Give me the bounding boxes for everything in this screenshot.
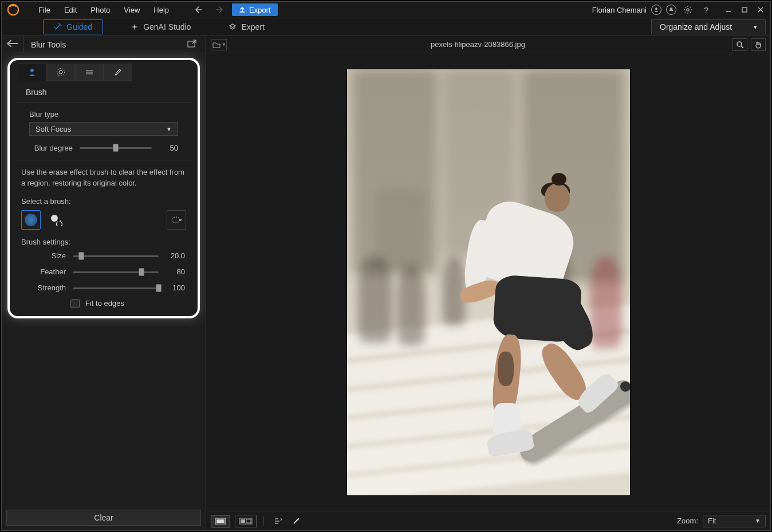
- help-icon[interactable]: ?: [699, 3, 713, 16]
- photo-preview: [347, 69, 630, 495]
- blur-degree-slider[interactable]: [80, 143, 152, 153]
- blur-tool-tabs: [18, 64, 190, 81]
- svg-point-17: [59, 70, 62, 74]
- tab-brush[interactable]: [18, 64, 46, 81]
- canvas-area: ▾ pexels-filipeazv-2083866.jpg: [206, 36, 770, 530]
- gear-icon[interactable]: [681, 3, 695, 16]
- menu-file[interactable]: File: [31, 3, 57, 17]
- menu-help[interactable]: Help: [147, 3, 176, 17]
- brush-apply-icon: [25, 214, 37, 226]
- app-window: File Edit Photo View Help Export Florian…: [1, 1, 771, 531]
- strength-value: 100: [166, 283, 185, 292]
- svg-point-24: [737, 42, 742, 46]
- clear-button[interactable]: Clear: [6, 510, 201, 526]
- menu-view[interactable]: View: [117, 3, 147, 17]
- flip-icon[interactable]: [271, 515, 285, 527]
- chevron-down-icon: ▾: [754, 23, 757, 31]
- mode-expert-label: Expert: [241, 22, 264, 31]
- popout-icon[interactable]: [187, 40, 201, 49]
- folder-dropdown[interactable]: ▾: [211, 39, 227, 50]
- feather-label: Feather: [22, 267, 66, 276]
- minimize-icon[interactable]: [722, 5, 735, 15]
- mode-expert[interactable]: Expert: [218, 19, 274, 34]
- erase-help-text: Use the erase effect brush to clear the …: [10, 160, 198, 191]
- undo-icon[interactable]: [193, 3, 207, 16]
- app-logo-icon: [5, 3, 21, 17]
- brush-settings-group: Size 20.0 Feather 80 Strength 100: [15, 251, 192, 308]
- svg-point-31: [298, 518, 300, 519]
- blur-type-group: Blur type Soft Focus ▼ Blur degree 50: [15, 103, 192, 160]
- svg-point-1: [655, 7, 657, 10]
- brush-picker-row: [10, 210, 198, 237]
- brush-settings-label: Brush settings:: [10, 237, 198, 251]
- back-icon[interactable]: [6, 38, 23, 50]
- mode-genai-label: GenAI Studio: [143, 22, 191, 31]
- brush-erase[interactable]: [46, 210, 66, 230]
- radial-icon: [56, 67, 66, 77]
- strength-row: Strength 100: [22, 283, 185, 293]
- size-slider[interactable]: [73, 251, 159, 261]
- svg-rect-30: [246, 519, 251, 523]
- pan-tool-icon[interactable]: [751, 38, 766, 51]
- fit-edges-checkbox[interactable]: [70, 299, 80, 308]
- layers-icon: [229, 23, 237, 31]
- chevron-down-icon: ▼: [166, 126, 172, 132]
- sidebar-header: Blur Tools: [2, 36, 206, 53]
- view-single-icon[interactable]: [211, 515, 230, 527]
- bell-icon[interactable]: [666, 5, 676, 15]
- size-row: Size 20.0: [22, 251, 185, 261]
- export-button[interactable]: Export: [232, 3, 278, 16]
- tab-paint[interactable]: [104, 64, 132, 81]
- mode-guided-label: Guided: [66, 22, 92, 31]
- chevron-down-icon: ▼: [755, 518, 761, 524]
- zoom-label: Zoom:: [677, 517, 698, 525]
- svg-line-8: [690, 12, 691, 13]
- brush-icon: [113, 67, 123, 77]
- close-icon[interactable]: [754, 5, 767, 15]
- brush-apply[interactable]: [21, 210, 41, 230]
- selection-tool[interactable]: [167, 210, 186, 230]
- sparkle-icon: [131, 23, 139, 31]
- user-icon[interactable]: [651, 5, 661, 15]
- mode-genai[interactable]: GenAI Studio: [120, 19, 201, 34]
- tab-linear[interactable]: [75, 64, 104, 81]
- svg-point-16: [30, 69, 34, 72]
- folder-icon: [212, 41, 222, 48]
- view-compare-icon[interactable]: [235, 515, 257, 527]
- blur-degree-label: Blur degree: [29, 144, 73, 152]
- feather-row: Feather 80: [22, 267, 185, 277]
- wand-small-icon[interactable]: [289, 515, 303, 527]
- blur-type-select[interactable]: Soft Focus ▼: [29, 122, 178, 136]
- blur-degree-value: 50: [159, 144, 178, 152]
- svg-point-18: [57, 69, 65, 76]
- mode-guided[interactable]: Guided: [43, 19, 103, 34]
- feather-slider[interactable]: [73, 267, 159, 277]
- blur-type-value: Soft Focus: [36, 125, 71, 133]
- clear-label: Clear: [94, 513, 113, 522]
- svg-point-2: [687, 9, 689, 11]
- maximize-icon[interactable]: [738, 5, 751, 15]
- svg-rect-12: [742, 7, 747, 12]
- main-area: Blur Tools: [2, 36, 770, 530]
- section-brush-label: Brush: [15, 84, 192, 103]
- zoom-tool-icon[interactable]: [732, 38, 747, 51]
- subject-skater: [454, 163, 603, 460]
- menu-edit[interactable]: Edit: [57, 3, 84, 17]
- fit-edges-row: Fit to edges: [22, 293, 185, 308]
- zoom-select[interactable]: Fit ▼: [703, 515, 766, 527]
- svg-line-7: [685, 7, 686, 7]
- fit-edges-label: Fit to edges: [85, 299, 124, 308]
- organize-label: Organize and Adjust: [660, 22, 732, 31]
- strength-label: Strength: [22, 283, 66, 292]
- tab-radial[interactable]: [46, 64, 75, 81]
- blur-degree-row: Blur degree 50: [29, 143, 178, 153]
- canvas-viewport[interactable]: [206, 53, 770, 511]
- blur-type-label: Blur type: [29, 110, 178, 119]
- organize-adjust-button[interactable]: Organize and Adjust ▾: [651, 19, 766, 34]
- zoom-controls: Zoom: Fit ▼: [677, 515, 766, 527]
- svg-rect-29: [241, 519, 245, 523]
- redo-icon[interactable]: [211, 3, 225, 16]
- menu-photo[interactable]: Photo: [84, 3, 117, 17]
- strength-slider[interactable]: [73, 283, 159, 293]
- mode-bar: Guided GenAI Studio Expert Organize and …: [2, 18, 770, 36]
